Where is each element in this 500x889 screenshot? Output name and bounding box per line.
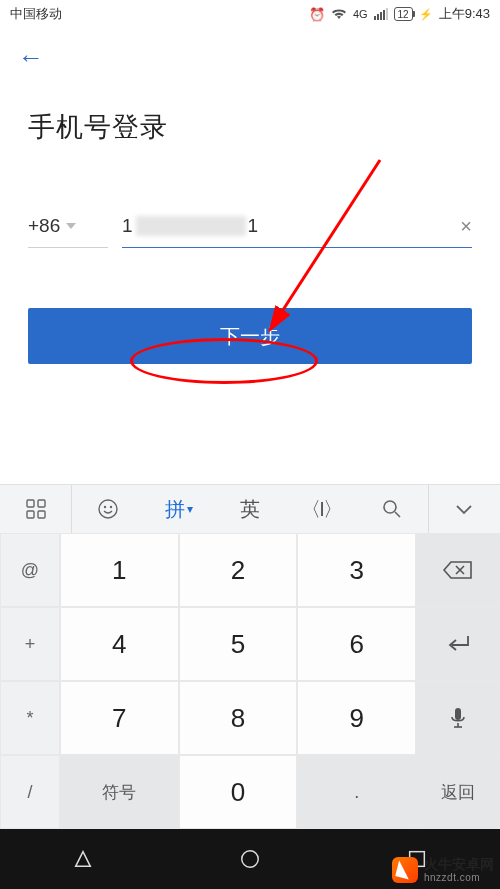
key-0[interactable]: 0 xyxy=(179,755,298,829)
svg-point-12 xyxy=(110,506,112,508)
key-9[interactable]: 9 xyxy=(297,681,416,755)
clear-input-icon[interactable]: × xyxy=(460,215,472,238)
keyboard-toolbar: 拼▾ 英 〈I〉 xyxy=(0,485,500,533)
key-asterisk[interactable]: * xyxy=(0,681,60,755)
key-return[interactable]: 返回 xyxy=(416,755,500,829)
svg-rect-9 xyxy=(38,511,45,518)
charging-icon: ⚡ xyxy=(419,8,433,21)
status-bar: 中国移动 ⏰ 4G 12 ⚡ 上午9:43 xyxy=(0,0,500,28)
svg-rect-0 xyxy=(374,16,376,20)
country-code-selector[interactable]: +86 xyxy=(28,215,108,248)
svg-rect-1 xyxy=(377,14,379,20)
key-5[interactable]: 5 xyxy=(179,607,298,681)
key-7[interactable]: 7 xyxy=(60,681,179,755)
key-symbol[interactable]: 符号 xyxy=(60,755,179,829)
keyboard-cursor-mode[interactable]: 〈I〉 xyxy=(286,485,357,533)
svg-point-13 xyxy=(384,501,396,513)
key-2[interactable]: 2 xyxy=(179,533,298,607)
svg-rect-3 xyxy=(383,10,385,20)
keyboard-mode-pinyin[interactable]: 拼▾ xyxy=(143,485,214,533)
signal-icon xyxy=(374,8,388,20)
key-voice[interactable] xyxy=(416,681,500,755)
wifi-icon xyxy=(331,8,347,20)
clock-label: 上午9:43 xyxy=(439,5,490,23)
svg-line-14 xyxy=(395,512,400,517)
key-plus[interactable]: + xyxy=(0,607,60,681)
svg-point-10 xyxy=(99,500,117,518)
key-4[interactable]: 4 xyxy=(60,607,179,681)
key-slash[interactable]: / xyxy=(0,755,60,829)
svg-rect-8 xyxy=(27,511,34,518)
svg-rect-21 xyxy=(409,852,424,867)
page-title: 手机号登录 xyxy=(0,79,500,155)
carrier-label: 中国移动 xyxy=(10,5,62,23)
keyboard-search-icon[interactable] xyxy=(357,485,428,533)
nav-home-icon[interactable] xyxy=(239,848,261,870)
keyboard-emoji-icon[interactable] xyxy=(72,485,143,533)
keyboard-collapse-icon[interactable] xyxy=(429,485,500,533)
svg-rect-4 xyxy=(386,8,388,20)
battery-icon: 12 xyxy=(394,7,413,21)
phone-input-row: +86 1 1 × xyxy=(0,155,500,248)
svg-rect-7 xyxy=(38,500,45,507)
android-nav-bar xyxy=(0,829,500,889)
phone-redacted xyxy=(136,216,246,236)
chevron-down-icon xyxy=(66,223,76,229)
svg-rect-17 xyxy=(455,708,461,720)
nav-bar: ← xyxy=(0,28,500,79)
phone-prefix: 1 xyxy=(122,215,134,237)
key-backspace[interactable] xyxy=(416,533,500,607)
key-8[interactable]: 8 xyxy=(179,681,298,755)
key-at[interactable]: @ xyxy=(0,533,60,607)
svg-point-11 xyxy=(104,506,106,508)
annotation-ellipse xyxy=(130,338,318,384)
key-3[interactable]: 3 xyxy=(297,533,416,607)
key-dot[interactable]: . xyxy=(297,755,416,829)
key-6[interactable]: 6 xyxy=(297,607,416,681)
nav-back-icon[interactable] xyxy=(72,848,94,870)
keyboard-mode-english[interactable]: 英 xyxy=(214,485,285,533)
alarm-icon: ⏰ xyxy=(309,7,325,22)
svg-rect-2 xyxy=(380,12,382,20)
back-arrow-icon[interactable]: ← xyxy=(18,42,44,72)
svg-point-20 xyxy=(242,851,259,868)
keyboard-grid: @ 1 2 3 + 4 5 6 * 7 8 9 / 符号 0 . 返回 xyxy=(0,533,500,829)
key-1[interactable]: 1 xyxy=(60,533,179,607)
svg-rect-6 xyxy=(27,500,34,507)
country-code-label: +86 xyxy=(28,215,60,237)
nav-recent-icon[interactable] xyxy=(406,848,428,870)
network-label: 4G xyxy=(353,8,368,20)
soft-keyboard: 拼▾ 英 〈I〉 @ 1 2 3 + 4 5 6 * 7 8 9 / xyxy=(0,484,500,829)
keyboard-apps-icon[interactable] xyxy=(0,485,71,533)
phone-number-input[interactable]: 1 1 × xyxy=(122,215,472,248)
phone-suffix: 1 xyxy=(248,215,260,237)
key-enter[interactable] xyxy=(416,607,500,681)
